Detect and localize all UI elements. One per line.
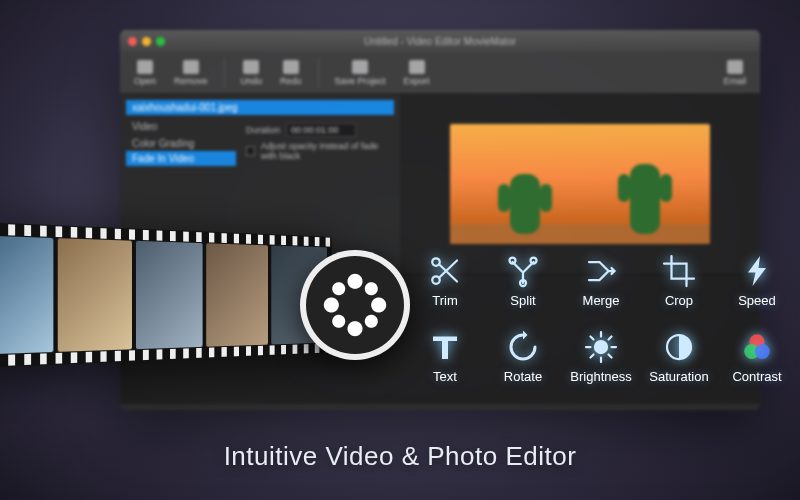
export-button[interactable]: Export [400,58,434,88]
film-reel-icon [300,250,410,360]
filmstrip-graphic [0,221,332,368]
feature-grid: Trim Split Merge Crop Speed Text Rotate … [410,245,792,391]
undo-button[interactable]: Undo [237,58,267,88]
save-button[interactable]: Save Project [331,58,390,88]
scissors-icon [427,253,463,289]
crop-icon [661,253,697,289]
list-item[interactable]: Fade In Video [126,151,236,166]
svg-point-5 [595,341,607,353]
sun-icon [583,329,619,365]
undo-icon [243,60,259,74]
feature-label: Brightness [570,369,631,384]
feature-split: Split [488,245,558,315]
feature-label: Merge [583,293,620,308]
feature-label: Text [433,369,457,384]
feature-saturation: Saturation [644,321,714,391]
cactus-icon [510,174,540,234]
text-icon [427,329,463,365]
email-button[interactable]: Email [719,58,750,88]
feature-label: Trim [432,293,458,308]
duration-label: Duration [246,125,280,135]
feature-merge: Merge [566,245,636,315]
toolbar: Open Remove Undo Redo Save Project Expor… [120,52,760,94]
save-icon [352,60,368,74]
redo-button[interactable]: Redo [276,58,306,88]
feature-text: Text [410,321,480,391]
feature-rotate: Rotate [488,321,558,391]
filename-bar: xaixhoushadui-001.jpeg [126,100,394,115]
opacity-label: Adjust opacity instead of fade with blac… [261,141,394,161]
feature-crop: Crop [644,245,714,315]
svg-point-3 [531,257,537,263]
section-label: Video [126,119,236,134]
feature-label: Split [510,293,535,308]
half-circle-icon [661,329,697,365]
mail-icon [727,60,743,74]
separator [224,58,225,88]
feature-label: Rotate [504,369,542,384]
svg-point-9 [755,344,770,359]
split-icon [505,253,541,289]
preview-frame [450,124,710,244]
svg-point-2 [510,257,516,263]
export-icon [409,60,425,74]
lightning-icon [739,253,775,289]
trash-icon [183,60,199,74]
merge-icon [583,253,619,289]
feature-label: Speed [738,293,776,308]
cactus-icon [630,164,660,234]
opacity-checkbox[interactable] [246,146,255,156]
feature-trim: Trim [410,245,480,315]
open-icon [137,60,153,74]
rgb-icon [739,329,775,365]
feature-label: Contrast [732,369,781,384]
duration-field[interactable] [286,123,356,137]
redo-icon [283,60,299,74]
tagline: Intuitive Video & Photo Editor [0,441,800,472]
titlebar: Untitled - Video Editor MovieMator [120,30,760,52]
separator [318,58,319,88]
window-title: Untitled - Video Editor MovieMator [120,36,760,47]
feature-label: Crop [665,293,693,308]
remove-button[interactable]: Remove [170,58,212,88]
feature-speed: Speed [722,245,792,315]
rotate-icon [505,329,541,365]
open-button[interactable]: Open [130,58,160,88]
feature-contrast: Contrast [722,321,792,391]
list-item[interactable]: Color Grading [126,136,236,151]
feature-label: Saturation [649,369,708,384]
feature-brightness: Brightness [566,321,636,391]
